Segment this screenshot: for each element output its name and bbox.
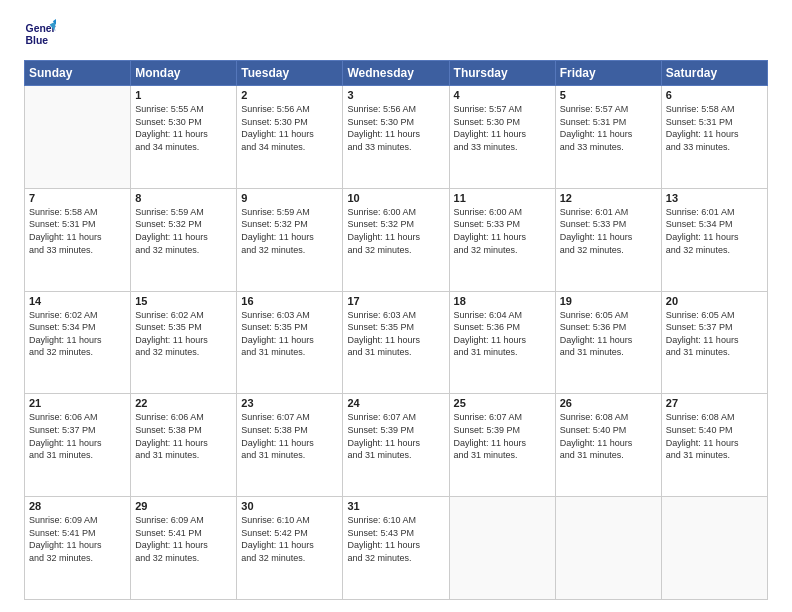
calendar-week-row: 14Sunrise: 6:02 AM Sunset: 5:34 PM Dayli… bbox=[25, 291, 768, 394]
calendar-cell: 5Sunrise: 5:57 AM Sunset: 5:31 PM Daylig… bbox=[555, 86, 661, 189]
day-info: Sunrise: 6:00 AM Sunset: 5:32 PM Dayligh… bbox=[347, 206, 444, 256]
calendar-cell: 2Sunrise: 5:56 AM Sunset: 5:30 PM Daylig… bbox=[237, 86, 343, 189]
day-info: Sunrise: 6:05 AM Sunset: 5:36 PM Dayligh… bbox=[560, 309, 657, 359]
day-info: Sunrise: 6:03 AM Sunset: 5:35 PM Dayligh… bbox=[241, 309, 338, 359]
calendar-header-row: SundayMondayTuesdayWednesdayThursdayFrid… bbox=[25, 61, 768, 86]
calendar-cell: 9Sunrise: 5:59 AM Sunset: 5:32 PM Daylig… bbox=[237, 188, 343, 291]
day-info: Sunrise: 6:00 AM Sunset: 5:33 PM Dayligh… bbox=[454, 206, 551, 256]
calendar-cell: 28Sunrise: 6:09 AM Sunset: 5:41 PM Dayli… bbox=[25, 497, 131, 600]
day-info: Sunrise: 5:55 AM Sunset: 5:30 PM Dayligh… bbox=[135, 103, 232, 153]
header: General Blue bbox=[24, 18, 768, 50]
day-info: Sunrise: 5:58 AM Sunset: 5:31 PM Dayligh… bbox=[666, 103, 763, 153]
calendar-cell: 29Sunrise: 6:09 AM Sunset: 5:41 PM Dayli… bbox=[131, 497, 237, 600]
page: General Blue SundayMondayTuesdayWednesda… bbox=[0, 0, 792, 612]
calendar-cell: 14Sunrise: 6:02 AM Sunset: 5:34 PM Dayli… bbox=[25, 291, 131, 394]
day-number: 13 bbox=[666, 192, 763, 204]
day-info: Sunrise: 6:05 AM Sunset: 5:37 PM Dayligh… bbox=[666, 309, 763, 359]
day-number: 9 bbox=[241, 192, 338, 204]
day-number: 8 bbox=[135, 192, 232, 204]
day-number: 14 bbox=[29, 295, 126, 307]
calendar-header-thursday: Thursday bbox=[449, 61, 555, 86]
calendar-header-saturday: Saturday bbox=[661, 61, 767, 86]
day-number: 4 bbox=[454, 89, 551, 101]
calendar-cell: 27Sunrise: 6:08 AM Sunset: 5:40 PM Dayli… bbox=[661, 394, 767, 497]
day-info: Sunrise: 6:07 AM Sunset: 5:39 PM Dayligh… bbox=[347, 411, 444, 461]
calendar-cell: 11Sunrise: 6:00 AM Sunset: 5:33 PM Dayli… bbox=[449, 188, 555, 291]
calendar-cell: 13Sunrise: 6:01 AM Sunset: 5:34 PM Dayli… bbox=[661, 188, 767, 291]
day-info: Sunrise: 6:09 AM Sunset: 5:41 PM Dayligh… bbox=[29, 514, 126, 564]
day-number: 28 bbox=[29, 500, 126, 512]
day-info: Sunrise: 6:08 AM Sunset: 5:40 PM Dayligh… bbox=[560, 411, 657, 461]
day-number: 18 bbox=[454, 295, 551, 307]
day-number: 16 bbox=[241, 295, 338, 307]
calendar-week-row: 21Sunrise: 6:06 AM Sunset: 5:37 PM Dayli… bbox=[25, 394, 768, 497]
day-info: Sunrise: 5:56 AM Sunset: 5:30 PM Dayligh… bbox=[241, 103, 338, 153]
calendar-cell: 7Sunrise: 5:58 AM Sunset: 5:31 PM Daylig… bbox=[25, 188, 131, 291]
day-number: 15 bbox=[135, 295, 232, 307]
day-info: Sunrise: 6:06 AM Sunset: 5:38 PM Dayligh… bbox=[135, 411, 232, 461]
calendar-cell: 18Sunrise: 6:04 AM Sunset: 5:36 PM Dayli… bbox=[449, 291, 555, 394]
day-number: 12 bbox=[560, 192, 657, 204]
calendar-header-monday: Monday bbox=[131, 61, 237, 86]
day-number: 20 bbox=[666, 295, 763, 307]
calendar-header-tuesday: Tuesday bbox=[237, 61, 343, 86]
day-info: Sunrise: 6:07 AM Sunset: 5:38 PM Dayligh… bbox=[241, 411, 338, 461]
logo-icon: General Blue bbox=[24, 18, 56, 50]
day-number: 3 bbox=[347, 89, 444, 101]
calendar-week-row: 28Sunrise: 6:09 AM Sunset: 5:41 PM Dayli… bbox=[25, 497, 768, 600]
calendar-header-sunday: Sunday bbox=[25, 61, 131, 86]
calendar-cell: 17Sunrise: 6:03 AM Sunset: 5:35 PM Dayli… bbox=[343, 291, 449, 394]
day-info: Sunrise: 6:10 AM Sunset: 5:42 PM Dayligh… bbox=[241, 514, 338, 564]
day-number: 1 bbox=[135, 89, 232, 101]
day-number: 5 bbox=[560, 89, 657, 101]
calendar-table: SundayMondayTuesdayWednesdayThursdayFrid… bbox=[24, 60, 768, 600]
day-info: Sunrise: 6:02 AM Sunset: 5:34 PM Dayligh… bbox=[29, 309, 126, 359]
calendar-cell: 23Sunrise: 6:07 AM Sunset: 5:38 PM Dayli… bbox=[237, 394, 343, 497]
calendar-cell: 1Sunrise: 5:55 AM Sunset: 5:30 PM Daylig… bbox=[131, 86, 237, 189]
day-info: Sunrise: 6:07 AM Sunset: 5:39 PM Dayligh… bbox=[454, 411, 551, 461]
day-number: 31 bbox=[347, 500, 444, 512]
calendar-cell: 15Sunrise: 6:02 AM Sunset: 5:35 PM Dayli… bbox=[131, 291, 237, 394]
day-number: 10 bbox=[347, 192, 444, 204]
calendar-cell: 10Sunrise: 6:00 AM Sunset: 5:32 PM Dayli… bbox=[343, 188, 449, 291]
calendar-cell: 20Sunrise: 6:05 AM Sunset: 5:37 PM Dayli… bbox=[661, 291, 767, 394]
day-number: 29 bbox=[135, 500, 232, 512]
calendar-cell: 8Sunrise: 5:59 AM Sunset: 5:32 PM Daylig… bbox=[131, 188, 237, 291]
calendar-cell: 21Sunrise: 6:06 AM Sunset: 5:37 PM Dayli… bbox=[25, 394, 131, 497]
calendar-cell: 16Sunrise: 6:03 AM Sunset: 5:35 PM Dayli… bbox=[237, 291, 343, 394]
calendar-cell: 4Sunrise: 5:57 AM Sunset: 5:30 PM Daylig… bbox=[449, 86, 555, 189]
day-info: Sunrise: 6:08 AM Sunset: 5:40 PM Dayligh… bbox=[666, 411, 763, 461]
day-number: 19 bbox=[560, 295, 657, 307]
day-number: 21 bbox=[29, 397, 126, 409]
calendar-cell: 12Sunrise: 6:01 AM Sunset: 5:33 PM Dayli… bbox=[555, 188, 661, 291]
day-info: Sunrise: 6:01 AM Sunset: 5:34 PM Dayligh… bbox=[666, 206, 763, 256]
calendar-cell: 31Sunrise: 6:10 AM Sunset: 5:43 PM Dayli… bbox=[343, 497, 449, 600]
calendar-header-wednesday: Wednesday bbox=[343, 61, 449, 86]
day-number: 6 bbox=[666, 89, 763, 101]
calendar-cell bbox=[25, 86, 131, 189]
calendar-cell bbox=[555, 497, 661, 600]
day-info: Sunrise: 5:57 AM Sunset: 5:31 PM Dayligh… bbox=[560, 103, 657, 153]
svg-text:Blue: Blue bbox=[26, 35, 49, 46]
day-info: Sunrise: 5:59 AM Sunset: 5:32 PM Dayligh… bbox=[135, 206, 232, 256]
calendar-cell bbox=[661, 497, 767, 600]
day-number: 23 bbox=[241, 397, 338, 409]
day-number: 22 bbox=[135, 397, 232, 409]
day-info: Sunrise: 6:09 AM Sunset: 5:41 PM Dayligh… bbox=[135, 514, 232, 564]
day-info: Sunrise: 6:04 AM Sunset: 5:36 PM Dayligh… bbox=[454, 309, 551, 359]
calendar-cell: 24Sunrise: 6:07 AM Sunset: 5:39 PM Dayli… bbox=[343, 394, 449, 497]
day-info: Sunrise: 5:58 AM Sunset: 5:31 PM Dayligh… bbox=[29, 206, 126, 256]
logo: General Blue bbox=[24, 18, 60, 50]
day-info: Sunrise: 6:10 AM Sunset: 5:43 PM Dayligh… bbox=[347, 514, 444, 564]
day-number: 17 bbox=[347, 295, 444, 307]
calendar-cell: 22Sunrise: 6:06 AM Sunset: 5:38 PM Dayli… bbox=[131, 394, 237, 497]
day-number: 7 bbox=[29, 192, 126, 204]
calendar-cell: 30Sunrise: 6:10 AM Sunset: 5:42 PM Dayli… bbox=[237, 497, 343, 600]
calendar-cell: 19Sunrise: 6:05 AM Sunset: 5:36 PM Dayli… bbox=[555, 291, 661, 394]
calendar-header-friday: Friday bbox=[555, 61, 661, 86]
day-number: 25 bbox=[454, 397, 551, 409]
day-info: Sunrise: 5:57 AM Sunset: 5:30 PM Dayligh… bbox=[454, 103, 551, 153]
calendar-cell: 25Sunrise: 6:07 AM Sunset: 5:39 PM Dayli… bbox=[449, 394, 555, 497]
day-info: Sunrise: 6:03 AM Sunset: 5:35 PM Dayligh… bbox=[347, 309, 444, 359]
day-number: 2 bbox=[241, 89, 338, 101]
